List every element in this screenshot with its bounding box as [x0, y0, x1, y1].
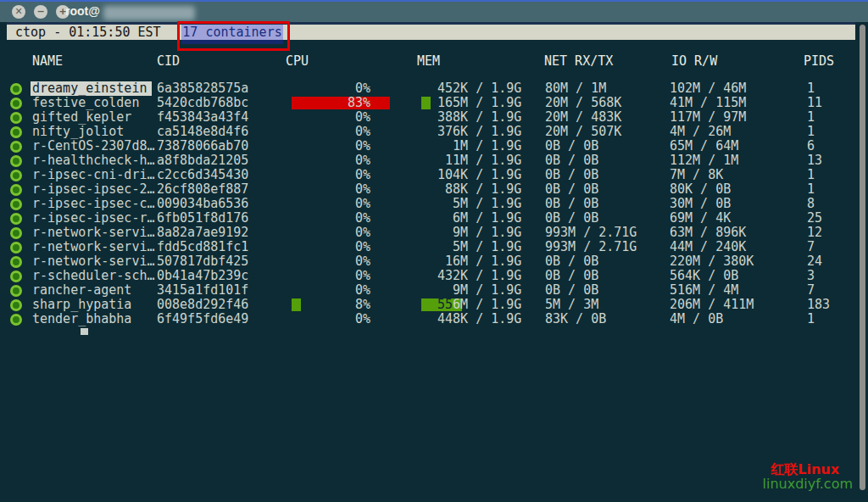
table-row[interactable]: r-ipsec-ipsec-r… 6fb051f8d176 0% 6M / 1.… [0, 211, 868, 226]
io-rw: 63M / 896K [670, 226, 746, 240]
cpu-percent: 0% [292, 169, 370, 181]
cpu-gauge: 83% [292, 97, 410, 109]
io-rw: 4M / 0B [670, 312, 723, 326]
mem-gauge: 165M / 1.9G [421, 97, 540, 109]
mem-usage-text: 1M / 1.9G [437, 138, 521, 153]
cpu-gauge: 0% [292, 313, 410, 326]
mem-gauge: 16M / 1.9G [421, 255, 540, 268]
close-button[interactable]: ✕ [12, 5, 25, 19]
mem-usage-text: 388K / 1.9G [437, 109, 521, 125]
table-row[interactable]: r-network-servi… 8a82a7ae9192 0% 9M / 1.… [0, 226, 868, 240]
pids-count: 6 [807, 139, 815, 153]
container-id: 6f49f5fd6e49 [157, 312, 248, 326]
pids-count: 1 [807, 81, 815, 96]
mem-usage-text: 165M / 1.9G [437, 95, 521, 110]
table-row[interactable]: r-ipsec-ipsec-c… 009034ba6536 0% 5M / 1.… [0, 197, 868, 211]
pids-count: 25 [807, 211, 822, 226]
container-id: 0b41a47b239c [157, 269, 248, 283]
table-row[interactable]: nifty_joliot ca5148e8d4f6 0% 376K / 1.9G… [0, 125, 868, 139]
mem-gauge: 452K / 1.9G [421, 82, 540, 95]
mem-usage-text: 88K / 1.9G [437, 181, 521, 197]
container-id: ca5148e8d4f6 [157, 125, 248, 139]
watermark-brand: 红联Linux [771, 462, 839, 477]
container-name: r-scheduler-sch… [31, 269, 152, 283]
io-rw: 41M / 115M [670, 96, 746, 110]
cpu-gauge: 0% [292, 82, 410, 95]
net-rx-tx: 0B / 0B [545, 269, 598, 283]
table-row[interactable]: r-network-servi… fdd5cd881fc1 0% 5M / 1.… [0, 240, 868, 254]
container-id: fdd5cd881fc1 [157, 240, 248, 254]
pids-count: 1 [807, 110, 815, 125]
table-row[interactable]: r-CentOS-2307d8… 73878066ab70 0% 1M / 1.… [0, 139, 868, 153]
io-rw: 102M / 46M [670, 81, 746, 96]
container-name: rancher-agent [31, 283, 152, 298]
column-header-cid[interactable]: CID [157, 54, 180, 69]
mem-usage: 448K / 1.9G [437, 313, 521, 326]
mem-usage-text: 376K / 1.9G [437, 124, 521, 139]
table-row[interactable]: dreamy_einstein 6a385828575a 0% 452K / 1… [0, 81, 868, 96]
status-running-icon [10, 227, 22, 239]
pids-count: 1 [807, 312, 815, 326]
table-row[interactable]: sharp_hypatia 008e8d292f46 8% 556M / 1.9… [0, 298, 868, 312]
io-rw: 65M / 64M [670, 139, 738, 153]
net-rx-tx: 20M / 507K [545, 125, 621, 139]
mem-usage-text: 5M / 1.9G [437, 239, 521, 254]
window-titlebar[interactable]: ✕ − + root@ [0, 2, 868, 22]
net-rx-tx: 993M / 2.71G [545, 240, 637, 254]
column-header-pids[interactable]: PIDS [804, 54, 834, 69]
table-row[interactable]: festive_colden 5420cdb768bc 83% 165M / 1… [0, 96, 868, 110]
table-row[interactable]: gifted_kepler f453843a43f4 0% 388K / 1.9… [0, 110, 868, 125]
mem-gauge: 5M / 1.9G [421, 241, 540, 254]
io-rw: 117M / 97M [670, 110, 746, 125]
container-name: r-ipsec-ipsec-c… [31, 197, 152, 211]
status-running-icon [10, 98, 22, 109]
table-row[interactable]: r-scheduler-sch… 0b41a47b239c 0% 432K / … [0, 269, 868, 283]
cpu-gauge: 0% [292, 140, 410, 153]
net-rx-tx: 0B / 0B [545, 139, 598, 153]
table-row[interactable]: r-ipsec-cni-dri… c2cc6d345430 0% 104K / … [0, 168, 868, 182]
mem-gauge: 1M / 1.9G [421, 140, 540, 153]
column-header-net-rx-tx[interactable]: NET RX/TX [544, 54, 613, 69]
mem-usage-text: 16M / 1.9G [437, 254, 521, 269]
column-header-mem[interactable]: MEM [417, 54, 440, 69]
mem-gauge: 448K / 1.9G [421, 313, 540, 326]
column-header-cpu[interactable]: CPU [286, 54, 309, 69]
net-rx-tx: 0B / 0B [545, 211, 598, 226]
column-header-io-rw[interactable]: IO R/W [671, 54, 717, 69]
status-running-icon [10, 314, 22, 326]
mem-usage: 5M / 1.9G [437, 241, 521, 254]
redacted-hostname [103, 6, 195, 20]
status-running-icon [10, 141, 22, 153]
container-id: 26cf808ef887 [157, 182, 248, 197]
cpu-percent: 8% [292, 298, 370, 311]
pids-count: 1 [807, 168, 815, 182]
status-running-icon [10, 83, 22, 95]
pids-count: 1 [807, 125, 815, 139]
mem-usage: 452K / 1.9G [437, 82, 521, 95]
container-count-badge: 17 containers [181, 25, 283, 40]
table-row[interactable]: r-healthcheck-h… a8f8bda21205 0% 11M / 1… [0, 153, 868, 168]
net-rx-tx: 0B / 0B [545, 182, 598, 197]
minimize-button[interactable]: − [34, 5, 47, 19]
table-row[interactable]: rancher-agent 3415a1fd101f 0% 9M / 1.9G … [0, 283, 868, 298]
mem-usage-text: 432K / 1.9G [437, 268, 521, 283]
pids-count: 3 [807, 269, 815, 283]
pids-count: 12 [807, 226, 822, 240]
mem-usage: 165M / 1.9G [437, 97, 521, 109]
cpu-gauge: 0% [292, 111, 410, 124]
net-rx-tx: 0B / 0B [545, 254, 598, 269]
status-running-icon [10, 299, 22, 311]
mem-gauge: 376K / 1.9G [421, 126, 540, 138]
table-row[interactable]: r-ipsec-ipsec-2… 26cf808ef887 0% 88K / 1… [0, 182, 868, 197]
status-running-icon [10, 126, 22, 138]
table-header-row: NAME CID CPU MEM NET RX/TX IO R/W PIDS [0, 54, 868, 69]
mem-usage: 432K / 1.9G [437, 270, 521, 282]
container-id: 5420cdb768bc [157, 96, 248, 110]
table-row[interactable]: tender_bhabha 6f49f5fd6e49 0% 448K / 1.9… [0, 312, 868, 326]
net-rx-tx: 83K / 0B [545, 312, 606, 326]
column-header-name[interactable]: NAME [32, 54, 63, 69]
window-title: root@ [65, 4, 100, 18]
table-row[interactable]: r-network-servi… 507817dbf425 0% 16M / 1… [0, 254, 868, 269]
scrollbar[interactable] [860, 25, 865, 490]
container-name: r-ipsec-ipsec-r… [31, 211, 152, 226]
